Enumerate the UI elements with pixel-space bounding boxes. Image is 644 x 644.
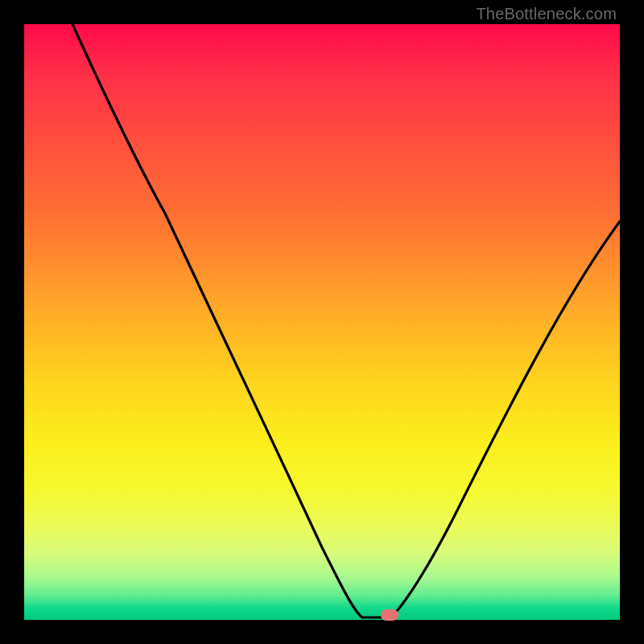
chart-frame: TheBottleneck.com <box>0 0 644 644</box>
optimal-point-marker <box>381 609 398 621</box>
bottleneck-curve <box>24 24 620 620</box>
watermark-text: TheBottleneck.com <box>476 5 617 23</box>
curve-path <box>72 24 620 617</box>
plot-area <box>24 24 620 620</box>
